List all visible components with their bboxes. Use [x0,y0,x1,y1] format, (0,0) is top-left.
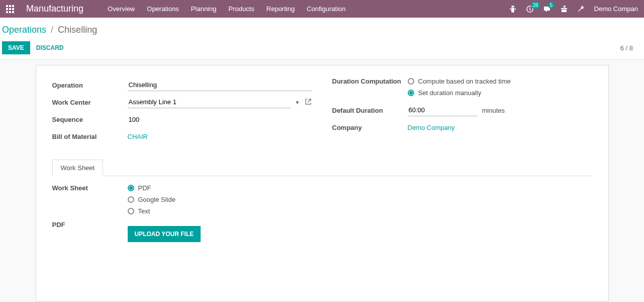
breadcrumb-sep: / [51,25,53,35]
nav-reporting[interactable]: Reporting [266,5,295,13]
nav-overview[interactable]: Overview [108,5,135,13]
clock-icon[interactable]: 28 [526,5,534,13]
radio-text[interactable] [128,208,134,214]
tab-work-sheet[interactable]: Work Sheet [52,160,104,176]
label-worksheet: Work Sheet [52,184,128,192]
minutes-unit: minutes [482,107,505,114]
row-company: Company Demo Company [332,120,592,135]
label-sequence: Sequence [52,116,128,123]
label-bom: Bill of Material [52,133,128,140]
row-worksheet-type: Work Sheet PDF Google Slide Text [52,184,592,219]
form-col-left: Operation Work Center ▼ [52,78,312,146]
sequence-input[interactable] [128,114,312,125]
action-row: SAVE DISCARD 6 / 8 [2,41,642,59]
company-menu[interactable]: Demo Compan [594,5,638,13]
topbar-right: 28 5 Demo Compan [509,5,638,13]
row-operation: Operation [52,78,312,93]
radio-pdf-label: PDF [138,184,151,192]
breadcrumb: Operations / Chiselling [2,24,642,41]
chat-badge: 5 [548,2,555,9]
operation-input[interactable] [128,79,312,91]
label-duration-comp: Duration Computation [332,78,408,85]
radio-text-label: Text [138,207,150,215]
default-duration-input[interactable] [408,104,478,116]
radio-tracked[interactable] [408,78,414,85]
radio-gslide-label: Google Slide [138,196,175,203]
row-work-center: Work Center ▼ [52,95,312,110]
label-default-duration: Default Duration [332,107,408,114]
radio-gslide[interactable] [128,196,134,203]
breadcrumb-current: Chiselling [58,25,97,35]
sheet-wrap: Operation Work Center ▼ [0,60,644,301]
nav-products[interactable]: Products [228,5,254,13]
label-pdf: PDF [52,221,128,229]
work-center-input[interactable] [128,96,291,108]
form-sheet: Operation Work Center ▼ [36,65,609,301]
tab-pane-work-sheet: Work Sheet PDF Google Slide Text [52,176,592,242]
external-link-icon[interactable] [304,98,312,107]
nav-configuration[interactable]: Configuration [307,5,345,13]
label-work-center: Work Center [52,99,128,106]
row-default-duration: Default Duration minutes [332,103,592,118]
bug-icon[interactable] [509,5,517,13]
radio-row-pdf[interactable]: PDF [128,184,592,192]
chevron-down-icon[interactable]: ▼ [295,100,300,105]
row-sequence: Sequence [52,112,312,127]
apps-icon[interactable] [6,5,14,13]
radio-manual-label: Set duration manually [418,89,482,97]
label-operation: Operation [52,82,128,89]
form-col-right: Duration Computation Compute based on tr… [332,78,592,146]
nav-planning[interactable]: Planning [191,5,217,13]
radio-tracked-label: Compute based on tracked time [418,78,511,85]
radio-pdf[interactable] [128,185,134,191]
radio-row-manual[interactable]: Set duration manually [408,89,592,97]
chat-icon[interactable]: 5 [543,5,551,13]
radio-row-tracked[interactable]: Compute based on tracked time [408,78,592,85]
tab-bar: Work Sheet [52,159,592,176]
breadcrumb-parent[interactable]: Operations [2,25,46,35]
company-link[interactable]: Demo Company [408,124,455,131]
top-nav: Overview Operations Planning Products Re… [108,5,508,13]
gift-icon[interactable] [560,5,568,13]
row-pdf-upload: PDF UPLOAD YOUR FILE [52,221,592,242]
discard-button[interactable]: DISCARD [30,41,70,54]
row-duration-comp: Duration Computation Compute based on tr… [332,78,592,101]
radio-manual[interactable] [408,90,414,96]
bom-link[interactable]: CHAIR [128,133,148,140]
pager[interactable]: 6 / 8 [620,44,633,52]
form-columns: Operation Work Center ▼ [52,78,592,146]
brand-title: Manufacturing [26,4,83,14]
nav-operations[interactable]: Operations [147,5,179,13]
topbar: Manufacturing Overview Operations Planni… [0,0,644,18]
label-company: Company [332,124,408,131]
clock-badge: 28 [531,2,540,9]
control-bar: Operations / Chiselling SAVE DISCARD 6 /… [0,18,644,60]
upload-file-button[interactable]: UPLOAD YOUR FILE [128,226,201,242]
radio-row-gslide[interactable]: Google Slide [128,196,592,203]
radio-row-text[interactable]: Text [128,207,592,215]
wrench-icon[interactable] [577,5,585,13]
save-button[interactable]: SAVE [2,41,30,54]
row-bom: Bill of Material CHAIR [52,129,312,144]
